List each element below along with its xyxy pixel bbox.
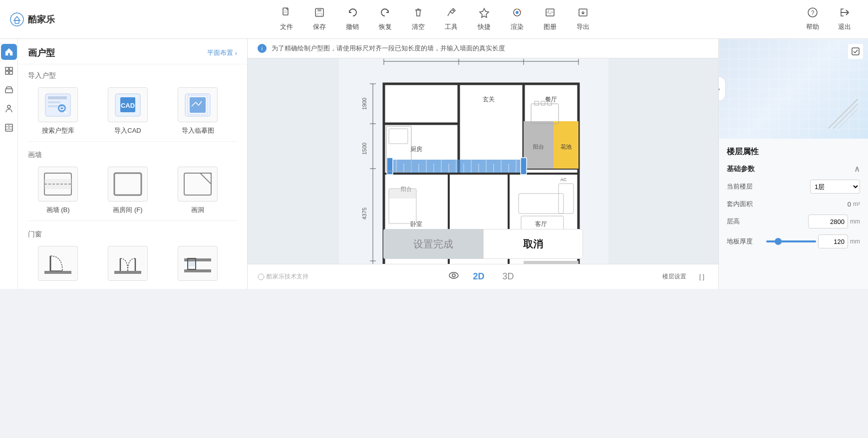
svg-text:餐厅: 餐厅 bbox=[545, 96, 557, 103]
current-floor-value: 1层 2层 3层 bbox=[810, 180, 860, 194]
toolbar-help[interactable]: ? 帮助 bbox=[799, 4, 826, 34]
toolbar-file[interactable]: 文件 bbox=[273, 4, 300, 34]
toolbar-clear[interactable]: 清空 bbox=[404, 4, 432, 34]
tool-door-arc[interactable] bbox=[28, 246, 88, 285]
iconbar-furniture[interactable] bbox=[1, 82, 17, 98]
floor-height-label: 层高 bbox=[727, 217, 740, 226]
tool-draw-room[interactable]: 画房间 (F) bbox=[98, 167, 158, 215]
suite-area-number: 0 bbox=[848, 201, 851, 208]
export-label: 导出 bbox=[577, 22, 589, 31]
panel-title: 画户型 bbox=[28, 47, 55, 59]
shortcut-icon bbox=[479, 7, 490, 20]
svg-rect-18 bbox=[9, 67, 12, 70]
svg-line-135 bbox=[833, 104, 858, 129]
cancel-button[interactable]: 取消 bbox=[483, 229, 583, 259]
toolbar-album[interactable]: 图册 bbox=[536, 4, 564, 34]
svg-rect-36 bbox=[190, 97, 206, 113]
door-double-icon-box bbox=[108, 246, 148, 281]
right-panel: › 楼层属性 基础参数 ∧ 当前楼层 1层 2层 bbox=[718, 39, 868, 289]
undo-icon bbox=[347, 7, 358, 20]
floor-height-value: mm bbox=[808, 215, 860, 228]
save-icon bbox=[314, 7, 325, 20]
svg-line-42 bbox=[200, 173, 211, 184]
floor-height-row: 层高 mm bbox=[727, 215, 860, 228]
canvas-actions: 设置完成 取消 bbox=[383, 229, 583, 259]
notification-text: 为了精确绘制户型图，请使用标尺对齐一段已知长度的墙，并输入墙面的真实长度 bbox=[272, 44, 505, 53]
toolbar-render[interactable]: 渲染 bbox=[503, 4, 531, 34]
tab-2d[interactable]: 2D bbox=[469, 269, 488, 284]
tool-import-trace[interactable]: 导入临摹图 bbox=[168, 87, 228, 135]
iconbar-people[interactable] bbox=[1, 101, 17, 117]
basic-params-header: 基础参数 ∧ bbox=[727, 164, 860, 174]
basic-params-title: 基础参数 bbox=[727, 165, 755, 174]
tab-3d[interactable]: 3D bbox=[499, 269, 518, 284]
svg-point-13 bbox=[548, 10, 549, 12]
icon-bar bbox=[0, 39, 18, 289]
collapse-icon[interactable]: ∧ bbox=[854, 164, 860, 174]
draw-wall-icon-box bbox=[38, 167, 78, 202]
svg-text:AC: AC bbox=[560, 177, 567, 182]
floor-height-unit: mm bbox=[850, 218, 860, 225]
iconbar-home-type[interactable] bbox=[1, 44, 17, 60]
view-tabs: 2D 3D bbox=[448, 269, 518, 284]
toolbar-exit[interactable]: 退出 bbox=[831, 4, 858, 34]
tool-draw-wall[interactable]: 画墙 (B) bbox=[28, 167, 88, 215]
tool-door-double[interactable] bbox=[98, 246, 158, 285]
svg-point-9 bbox=[516, 11, 519, 14]
canvas-content[interactable]: 3150 3650 2700 1900 1500 4375 bbox=[248, 58, 718, 289]
svg-text:厨房: 厨房 bbox=[410, 146, 422, 153]
search-library-label: 搜索户型库 bbox=[42, 126, 74, 135]
svg-point-10 bbox=[516, 8, 518, 10]
save-thumbnail-icon[interactable] bbox=[848, 44, 863, 59]
iconbar-storage[interactable] bbox=[1, 120, 17, 136]
floor-thickness-slider[interactable] bbox=[766, 240, 816, 242]
toolbar-undo[interactable]: 撤销 bbox=[338, 4, 366, 34]
bottom-right-controls: 楼层设置 [ ] bbox=[658, 270, 708, 283]
svg-rect-137 bbox=[852, 48, 859, 55]
logo-icon bbox=[10, 12, 24, 26]
svg-rect-41 bbox=[184, 173, 211, 195]
svg-rect-4 bbox=[317, 8, 321, 11]
svg-rect-21 bbox=[5, 89, 12, 93]
current-floor-select[interactable]: 1层 2层 3层 bbox=[810, 180, 860, 194]
left-panel: 画户型 平面布置 › 导入户型 bbox=[18, 39, 248, 289]
toolbar-save[interactable]: 保存 bbox=[305, 4, 333, 34]
current-floor-label: 当前楼层 bbox=[727, 182, 753, 191]
redo-icon bbox=[380, 7, 391, 20]
toolbar-shortcut[interactable]: 快捷 bbox=[470, 4, 498, 34]
tool-window-slide[interactable] bbox=[168, 246, 228, 285]
floor-thickness-input[interactable] bbox=[818, 234, 848, 248]
toolbar-export[interactable]: 导出 bbox=[569, 4, 597, 34]
iconbar-materials[interactable] bbox=[1, 63, 17, 79]
redo-label: 恢复 bbox=[379, 22, 392, 31]
floor-height-input[interactable] bbox=[808, 215, 848, 228]
props-title: 楼层属性 bbox=[727, 147, 860, 157]
toolbar-items: 文件 保存 撤销 恢复 bbox=[70, 4, 799, 34]
complete-button[interactable]: 设置完成 bbox=[383, 229, 483, 259]
toolbar-tools[interactable]: 工具 bbox=[437, 4, 465, 34]
view-eye-icon[interactable] bbox=[448, 270, 459, 283]
panel-breadcrumb[interactable]: 平面布置 › bbox=[207, 48, 237, 57]
right-panel-toggle[interactable]: › bbox=[719, 76, 726, 101]
svg-line-136 bbox=[838, 109, 858, 129]
svg-text:?: ? bbox=[811, 9, 815, 16]
svg-rect-40 bbox=[114, 173, 141, 195]
measure-btn[interactable]: [ ] bbox=[695, 271, 708, 282]
svg-point-131 bbox=[258, 274, 264, 280]
tool-import-cad[interactable]: CAD 导入CAD bbox=[98, 87, 158, 135]
draw-hole-icon-box bbox=[178, 167, 218, 202]
toolbar-redo[interactable]: 恢复 bbox=[371, 4, 399, 34]
svg-rect-127 bbox=[389, 189, 416, 199]
tool-search-library[interactable]: 搜索户型库 bbox=[28, 87, 88, 135]
tool-draw-hole[interactable]: 画洞 bbox=[168, 167, 228, 215]
floor-settings-btn[interactable]: 楼层设置 bbox=[658, 270, 690, 283]
notification-bar: i 为了精确绘制户型图，请使用标尺对齐一段已知长度的墙，并输入墙面的真实长度 bbox=[248, 39, 718, 58]
svg-point-22 bbox=[7, 105, 10, 108]
credit-text: 酷家乐技术支持 bbox=[267, 272, 308, 281]
exit-label: 退出 bbox=[838, 22, 851, 31]
svg-rect-114 bbox=[521, 158, 527, 175]
window-slide-icon-box bbox=[178, 246, 218, 281]
import-tool-grid: 搜索户型库 CAD 导入CAD bbox=[28, 87, 237, 135]
svg-rect-1 bbox=[15, 20, 19, 23]
svg-rect-113 bbox=[387, 158, 393, 175]
